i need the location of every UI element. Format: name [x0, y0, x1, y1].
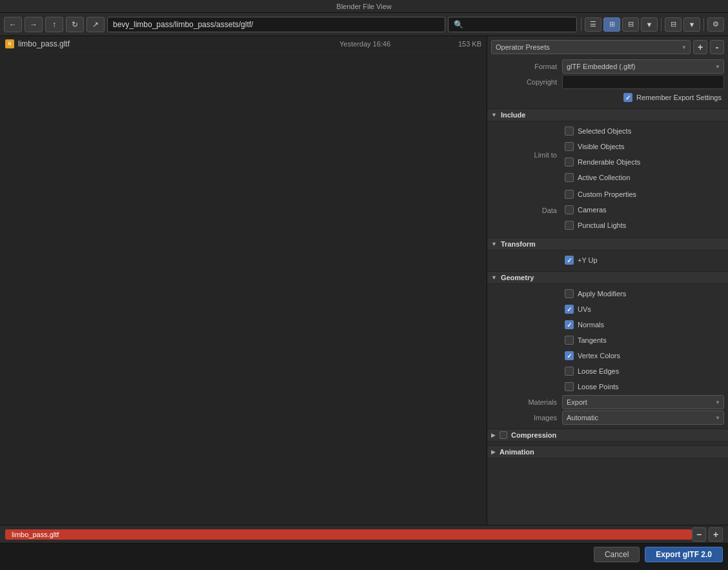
punctual-lights-checkbox[interactable]	[565, 221, 574, 230]
cameras-row: Cameras	[562, 203, 724, 217]
minus-button[interactable]: −	[692, 527, 706, 542]
forward-button[interactable]: →	[25, 17, 43, 32]
file-list-area: G limbo_pass.gltf Yesterday 16:46 153 KB	[0, 36, 487, 525]
file-name: G limbo_pass.gltf	[5, 39, 339, 48]
status-icons: − +	[692, 527, 723, 542]
renderable-objects-label: Renderable Objects	[578, 158, 640, 166]
view-grid-button[interactable]: ⊞	[603, 17, 620, 32]
renderable-objects-checkbox[interactable]	[565, 158, 574, 167]
copyright-row: Copyright	[491, 75, 724, 89]
loose-edges-label: Loose Edges	[578, 367, 619, 375]
limit-to-row: Limit to Selected Objects Visible Object…	[491, 124, 724, 186]
visible-objects-checkbox[interactable]	[565, 142, 574, 151]
transform-section-header[interactable]: ▼ Transform	[487, 238, 728, 250]
tangents-row: Tangents	[562, 333, 724, 347]
presets-remove-button[interactable]: -	[710, 40, 724, 54]
active-collection-label: Active Collection	[578, 174, 630, 181]
include-section-header[interactable]: ▼ Include	[487, 108, 728, 121]
loose-points-checkbox[interactable]	[565, 382, 574, 391]
custom-properties-label: Custom Properties	[578, 190, 636, 198]
data-label: Data	[491, 207, 562, 214]
loose-points-label: Loose Points	[578, 383, 619, 391]
selected-objects-checkbox[interactable]	[565, 127, 574, 136]
loose-edges-checkbox[interactable]	[565, 367, 574, 376]
bookmark-button[interactable]: ↗	[86, 17, 105, 32]
separator2	[661, 18, 662, 31]
images-select[interactable]: Automatic	[562, 411, 724, 425]
materials-row: Materials Export	[491, 395, 724, 409]
cameras-checkbox[interactable]	[565, 205, 574, 214]
visible-objects-row: Visible Objects	[562, 139, 724, 154]
uvs-checkbox[interactable]	[565, 305, 574, 314]
presets-add-button[interactable]: +	[693, 40, 707, 54]
view-list-button[interactable]: ☰	[585, 17, 602, 32]
tangents-checkbox[interactable]	[565, 336, 574, 345]
vertex-colors-label: Vertex Colors	[578, 352, 620, 360]
view-dropdown-button[interactable]: ▼	[641, 17, 658, 32]
custom-properties-checkbox[interactable]	[565, 190, 574, 199]
view-tile-button[interactable]: ⊟	[622, 17, 639, 32]
selected-objects-label: Selected Objects	[578, 127, 631, 135]
filename-tag: limbo_pass.gltf	[5, 529, 692, 540]
vertex-colors-checkbox[interactable]	[565, 351, 574, 360]
active-collection-row: Active Collection	[562, 170, 724, 185]
y-up-checkbox[interactable]	[565, 256, 574, 265]
export-button[interactable]: Export glTF 2.0	[645, 547, 723, 562]
copyright-label: Copyright	[491, 78, 562, 86]
file-date: Yesterday 16:46	[339, 40, 430, 48]
format-label: Format	[491, 63, 562, 70]
status-bar: limbo_pass.gltf − +	[0, 525, 728, 543]
apply-modifiers-checkbox[interactable]	[565, 289, 574, 298]
file-size: 153 KB	[430, 40, 481, 48]
list-item[interactable]: G limbo_pass.gltf Yesterday 16:46 153 KB	[0, 36, 487, 52]
tangents-label: Tangents	[578, 336, 607, 344]
normals-checkbox[interactable]	[565, 320, 574, 329]
normals-label: Normals	[578, 321, 604, 329]
normals-row: Normals	[562, 318, 724, 332]
uvs-row: UVs	[562, 302, 724, 316]
active-collection-checkbox[interactable]	[565, 173, 574, 182]
up-button[interactable]: ↑	[45, 17, 63, 32]
limit-to-options: Selected Objects Visible Objects Rendera…	[562, 124, 724, 186]
remember-settings-wrapper: Remember Export Settings	[623, 93, 722, 102]
path-input[interactable]	[107, 17, 445, 32]
data-options: Custom Properties Cameras Punctual Light…	[562, 187, 724, 234]
cameras-label: Cameras	[578, 206, 607, 214]
separator	[581, 18, 581, 31]
settings-button[interactable]: ⚙	[707, 17, 724, 32]
operator-presets-select[interactable]: Operator Presets	[491, 40, 691, 54]
uvs-label: UVs	[578, 305, 591, 313]
file-name-text: limbo_pass.gltf	[18, 39, 70, 48]
filter-button[interactable]: ⊟	[665, 17, 682, 32]
compression-checkbox[interactable]	[500, 431, 507, 439]
animation-section-header[interactable]: ▶ Animation	[487, 445, 728, 458]
plus-button[interactable]: +	[709, 527, 723, 542]
file-icon: G	[5, 39, 14, 48]
geometry-section-header[interactable]: ▼ Geometry	[487, 271, 728, 284]
images-select-wrapper: Automatic	[562, 411, 724, 425]
refresh-button[interactable]: ↻	[66, 17, 84, 32]
main-layout: G limbo_pass.gltf Yesterday 16:46 153 KB…	[0, 36, 728, 525]
filter-dropdown-button[interactable]: ▼	[683, 17, 700, 32]
cancel-button[interactable]: Cancel	[594, 547, 640, 562]
remember-settings-checkbox[interactable]	[623, 93, 632, 102]
view-controls: ☰ ⊞ ⊟ ▼ ⊟ ▼ ⚙	[580, 17, 724, 32]
separator3	[703, 18, 704, 31]
data-row: Data Custom Properties Cameras Punctual …	[491, 187, 724, 234]
materials-select[interactable]: Export	[562, 395, 724, 409]
animation-section-title: Animation	[500, 448, 534, 456]
search-input[interactable]	[448, 17, 577, 32]
title-text: Blender File View	[336, 3, 391, 10]
renderable-objects-row: Renderable Objects	[562, 155, 724, 169]
compression-section-title: Compression	[511, 431, 556, 439]
remember-settings-label: Remember Export Settings	[636, 94, 722, 101]
visible-objects-label: Visible Objects	[578, 143, 625, 150]
compression-section-header[interactable]: ▶ Compression	[487, 429, 728, 442]
format-select[interactable]: glTF Embedded (.gltf)	[562, 59, 724, 74]
materials-select-wrapper: Export	[562, 395, 724, 409]
geometry-chevron: ▼	[491, 274, 497, 281]
images-row: Images Automatic	[491, 411, 724, 425]
selected-objects-row: Selected Objects	[562, 124, 724, 138]
back-button[interactable]: ←	[4, 17, 22, 32]
copyright-input[interactable]	[562, 75, 724, 89]
